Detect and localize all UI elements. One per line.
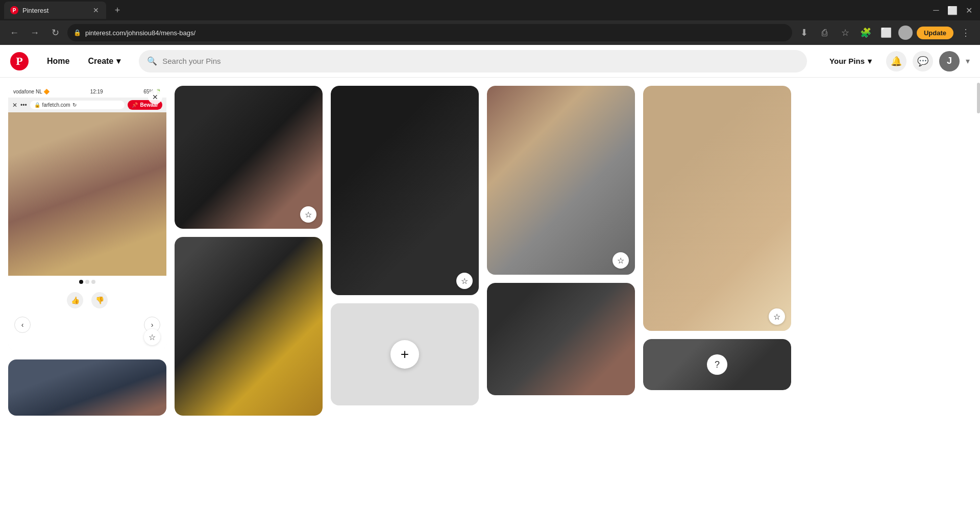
phone-carrier: vodafone NL 🔶 bbox=[13, 89, 50, 94]
home-label: Home bbox=[47, 57, 69, 66]
url-text: pinterest.com/johnsiou84/mens-bags/ bbox=[85, 29, 786, 37]
carousel-dot-3 bbox=[91, 280, 95, 284]
back-button[interactable]: ← bbox=[6, 25, 22, 41]
pin-add-new[interactable]: + bbox=[331, 303, 479, 405]
profile-chevron-icon[interactable]: ▾ bbox=[966, 56, 970, 66]
home-nav-link[interactable]: Home bbox=[39, 52, 78, 70]
pinterest-header: P Home Create ▾ 🔍 Your Pins ▾ 🔔 💬 bbox=[0, 45, 980, 78]
create-chevron-icon: ▾ bbox=[116, 56, 120, 66]
messages-button[interactable]: 💬 bbox=[913, 51, 933, 71]
pin-croc-leather[interactable] bbox=[487, 283, 635, 395]
question-mark-icon: ? bbox=[707, 354, 727, 375]
save-star-button-4[interactable]: ☆ bbox=[612, 252, 629, 269]
refresh-button[interactable]: ↻ bbox=[47, 25, 63, 41]
search-icon: 🔍 bbox=[147, 56, 157, 66]
column-5: Dandy Shoe Care ☆ ? bbox=[643, 86, 791, 521]
tab-favicon bbox=[10, 6, 18, 14]
save-star-button-3[interactable]: ☆ bbox=[456, 273, 473, 289]
phone-time: 12:19 bbox=[90, 89, 103, 94]
prev-arrow-button[interactable]: ‹ bbox=[14, 317, 31, 333]
nav-links: Home Create ▾ bbox=[39, 52, 129, 70]
tab-close-button[interactable]: ✕ bbox=[92, 6, 100, 14]
nav-arrows-row: ‹ › bbox=[8, 312, 166, 337]
address-bar[interactable]: 🔒 pinterest.com/johnsiou84/mens-bags/ bbox=[67, 24, 792, 41]
user-initial: J bbox=[947, 56, 952, 66]
chat-icon: 💬 bbox=[917, 56, 928, 67]
carousel-dot-1 bbox=[79, 280, 83, 284]
your-pins-button[interactable]: Your Pins ▾ bbox=[821, 53, 880, 70]
pin-star-button[interactable]: ☆ bbox=[144, 329, 160, 345]
bell-icon: 🔔 bbox=[891, 56, 902, 67]
phone-refresh-icon: ↻ bbox=[72, 102, 77, 108]
column-2: ☆ bbox=[175, 86, 323, 521]
pin-carousel-dots bbox=[8, 276, 166, 288]
forward-button[interactable]: → bbox=[27, 25, 43, 41]
scrollbar-thumb[interactable] bbox=[977, 83, 980, 113]
pin-bottom-partial-5[interactable]: ? bbox=[643, 339, 791, 390]
create-label: Create bbox=[88, 57, 113, 66]
window-close-button[interactable]: ✕ bbox=[962, 3, 976, 17]
carousel-dot-2 bbox=[85, 280, 89, 284]
phone-browser-bar: ✕ ••• 🔒 farfetch.com ↻ 📌 Bewaar bbox=[8, 98, 166, 112]
pins-grid: vodafone NL 🔶 12:19 65% 🔋 ✕ ••• 🔒 f bbox=[0, 78, 980, 529]
save-star-button-5[interactable]: ☆ bbox=[769, 308, 785, 325]
nav-actions: ⬇ ⎙ ☆ 🧩 ⬜ Update ⋮ bbox=[796, 25, 974, 41]
pin-black-backpack-main[interactable]: Women's Accessories: Bags, Sunglasses + … bbox=[331, 86, 479, 295]
notifications-button[interactable]: 🔔 bbox=[886, 51, 906, 71]
save-star-button-1[interactable]: ☆ bbox=[300, 206, 316, 223]
phone-dots-button[interactable]: ••• bbox=[20, 102, 27, 109]
thumbs-up-button[interactable]: 👍 bbox=[67, 292, 83, 308]
profile-circle[interactable] bbox=[898, 26, 913, 40]
secure-icon: 🔒 bbox=[74, 29, 81, 36]
pin-detail-card[interactable]: vodafone NL 🔶 12:19 65% 🔋 ✕ ••• 🔒 f bbox=[8, 86, 166, 351]
phone-url-bar: 🔒 farfetch.com ↻ bbox=[30, 101, 125, 109]
menu-button[interactable]: ⋮ bbox=[958, 25, 974, 41]
tab-bar: Pinterest ✕ + ─ ⬜ ✕ bbox=[0, 0, 980, 20]
pin-bottom-partial[interactable] bbox=[8, 359, 166, 416]
restore-button[interactable]: ⬜ bbox=[945, 3, 960, 17]
pin-black-open-backpack[interactable]: ☆ bbox=[175, 86, 323, 229]
extensions-button[interactable]: 🧩 bbox=[857, 25, 874, 41]
column-1: vodafone NL 🔶 12:19 65% 🔋 ✕ ••• 🔒 f bbox=[8, 86, 166, 521]
new-tab-button[interactable]: + bbox=[110, 3, 125, 17]
pinterest-app: P Home Create ▾ 🔍 Your Pins ▾ 🔔 💬 bbox=[0, 45, 980, 529]
nav-bar: ← → ↻ 🔒 pinterest.com/johnsiou84/mens-ba… bbox=[0, 20, 980, 45]
phone-close-button[interactable]: ✕ bbox=[12, 102, 17, 109]
your-pins-chevron-icon: ▾ bbox=[868, 57, 872, 66]
search-input[interactable] bbox=[162, 57, 799, 65]
download-button[interactable]: ⬇ bbox=[796, 25, 813, 41]
sidebar-button[interactable]: ⬜ bbox=[878, 25, 894, 41]
create-nav-link[interactable]: Create ▾ bbox=[80, 52, 129, 70]
update-button[interactable]: Update bbox=[917, 27, 953, 39]
bewaar-pin-icon: 📌 bbox=[132, 102, 138, 108]
minimize-button[interactable]: ─ bbox=[929, 3, 943, 17]
browser-frame: Pinterest ✕ + ─ ⬜ ✕ ← → ↻ 🔒 pinterest.co… bbox=[0, 0, 980, 45]
share-button[interactable]: ⎙ bbox=[817, 25, 833, 41]
phone-lock-icon: 🔒 bbox=[34, 102, 40, 108]
header-right: Your Pins ▾ 🔔 💬 J ▾ bbox=[821, 51, 970, 71]
logo-letter: P bbox=[16, 55, 22, 68]
thumbs-down-button[interactable]: 👎 bbox=[91, 292, 108, 308]
pin-actions-row: 👍 👎 bbox=[8, 288, 166, 312]
close-pin-button[interactable]: ✕ bbox=[148, 90, 162, 104]
phone-status-bar: vodafone NL 🔶 12:19 65% 🔋 bbox=[8, 86, 166, 98]
main-content: vodafone NL 🔶 12:19 65% 🔋 ✕ ••• 🔒 f bbox=[0, 78, 980, 529]
pinterest-logo[interactable]: P bbox=[10, 52, 29, 70]
search-bar[interactable]: 🔍 bbox=[139, 50, 807, 73]
tab-title: Pinterest bbox=[22, 7, 88, 14]
add-pin-plus-icon[interactable]: + bbox=[390, 340, 419, 369]
scrollbar[interactable] bbox=[977, 78, 980, 529]
column-3: Women's Accessories: Bags, Sunglasses + … bbox=[331, 86, 479, 521]
pin-brown-grey-birkin[interactable]: Armando Toledano ☆ bbox=[487, 86, 635, 275]
your-pins-label: Your Pins bbox=[829, 57, 865, 65]
phone-url-text: farfetch.com bbox=[42, 102, 70, 108]
pin-tan-backpack-dandy[interactable]: Dandy Shoe Care ☆ bbox=[643, 86, 791, 331]
pin-gold-briefcase[interactable] bbox=[175, 237, 323, 416]
user-avatar[interactable]: J bbox=[939, 51, 960, 71]
active-tab[interactable]: Pinterest ✕ bbox=[4, 2, 106, 19]
bookmark-button[interactable]: ☆ bbox=[837, 25, 853, 41]
column-4: Armando Toledano ☆ bbox=[487, 86, 635, 521]
window-controls: ─ ⬜ ✕ bbox=[929, 3, 976, 17]
phone-product-image bbox=[8, 112, 166, 276]
